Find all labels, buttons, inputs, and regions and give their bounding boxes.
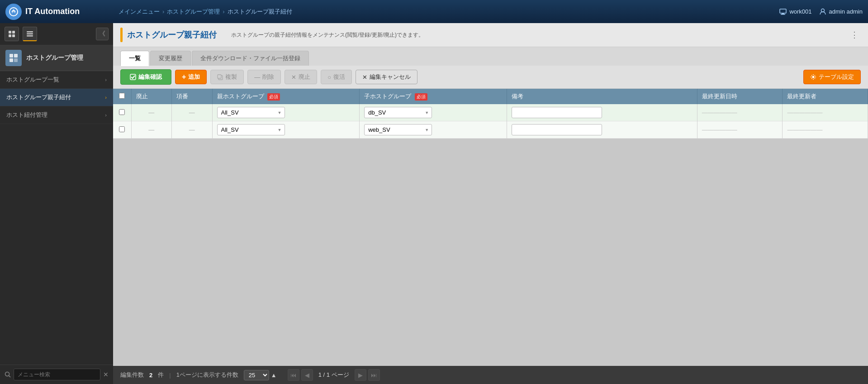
cell-last-updater-1: —————— (783, 104, 868, 121)
page-size-select[interactable]: 25 50 100 (244, 370, 269, 380)
app-title: IT Automation (25, 7, 80, 16)
child-host-group-select-2[interactable]: web_SV db_SV All_SV (364, 124, 432, 135)
sidebar-item-host-binding-mgmt[interactable]: ホスト紐付管理 › (0, 106, 113, 124)
col-checkbox (113, 89, 131, 104)
sidebar-grid-icon[interactable] (5, 27, 19, 41)
pagination-nav: ⏮ ◀ 1 / 1 ページ ▶ ⏭ (288, 369, 380, 381)
svg-rect-2 (782, 13, 784, 14)
module-label: ホストグループ管理 (26, 54, 83, 62)
cell-parent-2: All_SV db_SV web_SV (212, 121, 360, 139)
table-setting-button[interactable]: テーブル設定 (803, 70, 861, 84)
page-header: ホストグループ親子紐付 ホストグループの親子紐付情報をメンテナンス(閲覧/登録/… (113, 23, 868, 47)
confirm-edit-button[interactable]: 編集確認 (120, 69, 171, 85)
page-options-button[interactable]: ⋮ (848, 29, 861, 41)
svg-rect-3 (781, 14, 785, 15)
main-content: ホストグループ親子紐付 ホストグループの親子紐付情報をメンテナンス(閲覧/登録/… (113, 23, 868, 384)
required-badge-child: 必須 (415, 93, 427, 101)
prev-page-button[interactable]: ◀ (301, 369, 313, 381)
cell-note-2 (507, 121, 697, 139)
sidebar-item-host-group-list[interactable]: ホストグループ一覧 › (0, 71, 113, 89)
sidebar-top-icons: 《 (0, 23, 113, 45)
cell-note-1 (507, 104, 697, 121)
next-page-button[interactable]: ▶ (355, 369, 366, 381)
tab-history[interactable]: 変更履歴 (150, 51, 191, 66)
breadcrumb: メインメニュー › ホストグループ管理 › ホストグループ親子紐付 (119, 8, 779, 16)
cell-child-1: db_SV web_SV All_SV (360, 104, 507, 121)
cell-parent-1: All_SV db_SV web_SV (212, 104, 360, 121)
user-label: admin admin (829, 8, 863, 15)
cell-last-updated-1: —————— (697, 104, 783, 121)
parent-host-group-select-wrapper-2: All_SV db_SV web_SV (217, 124, 285, 135)
select-all-checkbox[interactable] (119, 93, 125, 99)
page-size-selector: 25 50 100 ▲ (244, 370, 277, 380)
sidebar-collapse-button[interactable]: 《 (96, 28, 109, 40)
svg-rect-5 (9, 31, 11, 34)
restore-button[interactable]: ○ 復活 (321, 70, 352, 84)
svg-rect-11 (27, 35, 33, 37)
sidebar-item-host-group-parent-child[interactable]: ホストグループ親子紐付 › (0, 89, 113, 106)
breadcrumb-current: ホストグループ親子紐付 (228, 8, 292, 16)
sidebar-list-icon[interactable] (23, 27, 37, 41)
child-host-group-select-wrapper-2: web_SV db_SV All_SV (364, 124, 432, 135)
confirm-edit-icon (130, 74, 136, 80)
svg-rect-12 (9, 54, 13, 58)
first-page-button[interactable]: ⏮ (288, 369, 299, 381)
search-icon (5, 371, 11, 378)
table-area: 廃止 項番 親ホストグループ 必須 子ホストグループ 必須 備考 最終更新日時 … (113, 89, 868, 366)
col-last-updated: 最終更新日時 (697, 89, 783, 104)
chevron-right-icon-3: › (105, 112, 107, 118)
edit-count-label: 編集件数 (120, 371, 144, 379)
search-clear-button[interactable]: ✕ (103, 371, 109, 378)
page-header-right: ⋮ (848, 29, 861, 41)
cell-order-1: — (172, 104, 213, 121)
menu-search-input[interactable] (14, 369, 100, 380)
col-child-host-group: 子ホストグループ 必須 (360, 89, 507, 104)
row2-checkbox[interactable] (119, 126, 125, 132)
child-host-group-select-wrapper-1: db_SV web_SV All_SV (364, 107, 432, 118)
cell-child-2: web_SV db_SV All_SV (360, 121, 507, 139)
cell-discard-1: — (131, 104, 172, 121)
last-page-button[interactable]: ⏭ (368, 369, 380, 381)
breadcrumb-host-group-mgmt[interactable]: ホストグループ管理 (167, 8, 220, 16)
app-logo: IT Automation (5, 4, 119, 20)
tab-list[interactable]: 一覧 (120, 51, 149, 66)
svg-rect-14 (9, 58, 13, 62)
svg-point-16 (5, 372, 9, 376)
breadcrumb-main-menu[interactable]: メインメニュー (119, 8, 160, 16)
table-row: — — All_SV db_SV web_SV (113, 121, 868, 139)
sidebar: 《 ホストグループ管理 ホストグループ一覧 › ホストグループ親子紐付 › ホ (0, 23, 113, 384)
parent-host-group-select-1[interactable]: All_SV db_SV web_SV (217, 107, 285, 118)
col-parent-host-group: 親ホストグループ 必須 (212, 89, 360, 104)
discard-button[interactable]: ✕ 廃止 (285, 70, 317, 84)
user-icon (819, 8, 826, 15)
module-icon (5, 50, 22, 66)
chevron-right-icon-active: › (105, 95, 107, 100)
col-last-updater: 最終更新者 (783, 89, 868, 104)
table-header-row: 廃止 項番 親ホストグループ 必須 子ホストグループ 必須 備考 最終更新日時 … (113, 89, 868, 104)
delete-button[interactable]: — 削除 (247, 70, 281, 84)
copy-button[interactable]: 複製 (210, 70, 244, 84)
cancel-edit-button[interactable]: ✕ 編集キャンセル (356, 70, 417, 84)
svg-rect-13 (14, 54, 18, 58)
note-input-2[interactable] (512, 124, 602, 135)
child-host-group-select-1[interactable]: db_SV web_SV All_SV (364, 107, 432, 118)
parent-host-group-select-2[interactable]: All_SV db_SV web_SV (217, 124, 285, 135)
note-input-1[interactable] (512, 107, 602, 118)
add-button[interactable]: + 追加 (175, 70, 207, 84)
cell-last-updated-2: —————— (697, 121, 783, 139)
svg-rect-8 (12, 34, 15, 37)
workspace-icon (779, 9, 787, 15)
data-table: 廃止 項番 親ホストグループ 必須 子ホストグループ 必須 備考 最終更新日時 … (113, 89, 868, 139)
svg-rect-9 (27, 31, 33, 33)
svg-rect-18 (130, 74, 136, 80)
page-size-label: 1ページに表示する件数 (176, 371, 238, 379)
sidebar-module: ホストグループ管理 (0, 45, 113, 71)
svg-rect-6 (12, 31, 15, 34)
edit-count-unit: 件 (158, 371, 164, 379)
parent-host-group-select-wrapper-1: All_SV db_SV web_SV (217, 107, 285, 118)
header-right: work001 admin admin (779, 8, 863, 15)
row1-checkbox[interactable] (119, 109, 125, 115)
svg-rect-10 (27, 33, 33, 34)
tab-download[interactable]: 全件ダウンロード・ファイル一括登録 (192, 51, 309, 66)
col-discard: 廃止 (131, 89, 172, 104)
